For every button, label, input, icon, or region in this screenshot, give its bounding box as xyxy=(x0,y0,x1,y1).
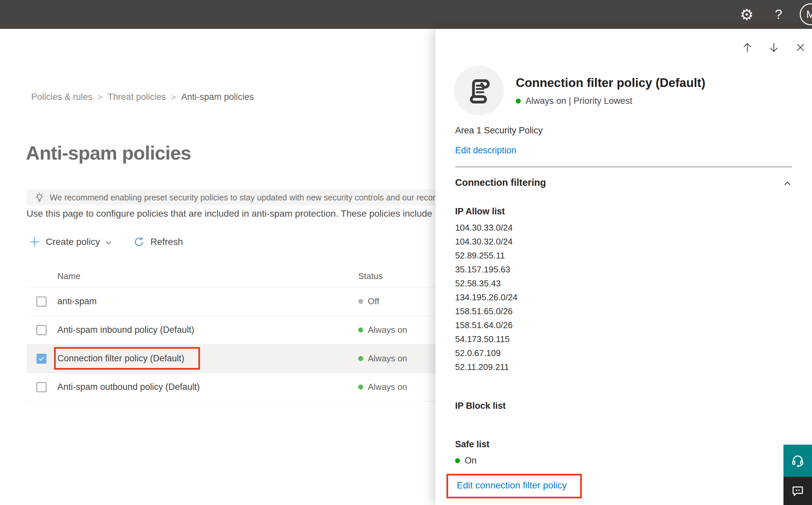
support-button[interactable] xyxy=(784,445,812,477)
status-badge: Always on xyxy=(358,325,407,335)
check-icon xyxy=(38,355,45,362)
refresh-label: Refresh xyxy=(150,236,183,247)
ip-entry: 52.11.209.211 xyxy=(455,360,792,374)
ip-entry: 134.195.26.0/24 xyxy=(455,290,792,304)
breadcrumb-policies-rules[interactable]: Policies & rules xyxy=(31,92,92,102)
row-checkbox[interactable] xyxy=(36,382,46,392)
policy-description: Area 1 Security Policy xyxy=(455,125,792,136)
refresh-button[interactable]: Refresh xyxy=(133,236,183,248)
flyout-title: Connection filter policy (Default) xyxy=(516,75,705,91)
ip-allow-list: 104.30.33.0/24 104.30.32.0/24 52.89.255.… xyxy=(455,221,792,374)
policy-name-link[interactable]: Anti-spam inbound policy (Default) xyxy=(57,325,194,335)
table-header-row: Name Status xyxy=(26,265,435,287)
highlight-box: Edit connection filter policy xyxy=(446,474,582,498)
feedback-button[interactable] xyxy=(784,477,812,505)
safe-list-heading: Safe list xyxy=(455,438,792,450)
chevron-down-icon xyxy=(105,238,113,246)
breadcrumb-separator-icon: > xyxy=(98,93,103,102)
headset-icon xyxy=(790,454,805,468)
recommendation-banner: We recommend enabling preset security po… xyxy=(26,189,435,205)
divider xyxy=(455,167,792,167)
ip-entry: 52.89.255.11 xyxy=(455,248,792,263)
ip-allow-list-heading: IP Allow list xyxy=(455,205,792,217)
ip-entry: 158.51.64.0/26 xyxy=(455,318,792,332)
status-text: Always on xyxy=(368,325,407,335)
chevron-up-icon[interactable] xyxy=(783,179,792,188)
status-text: Always on xyxy=(368,353,407,364)
flyout-title-block: Connection filter policy (Default) Alway… xyxy=(516,75,705,106)
status-text: Always on xyxy=(368,382,407,392)
arrow-down-icon xyxy=(768,41,780,53)
safe-list-status-text: On xyxy=(465,455,477,466)
flyout-nav xyxy=(435,29,812,60)
command-bar: Create policy Refresh xyxy=(28,233,183,250)
table-row: Anti-spam inbound policy (Default) Alway… xyxy=(26,316,435,344)
row-checkbox[interactable] xyxy=(36,297,46,307)
breadcrumb-anti-spam-policies: Anti-spam policies xyxy=(181,92,254,102)
flyout-status-text: Always on | Priority Lowest xyxy=(526,96,632,106)
account-avatar[interactable]: M xyxy=(800,3,812,25)
table-row: anti-spam Off xyxy=(26,287,435,316)
lightbulb-icon xyxy=(34,192,45,203)
row-checkbox[interactable] xyxy=(36,325,46,335)
screen: ⚙ ? M Policies & rules > Threat policies… xyxy=(0,0,812,505)
gear-icon: ⚙ xyxy=(740,6,753,24)
column-header-status[interactable]: Status xyxy=(358,271,383,281)
ip-entry: 35.157.195.63 xyxy=(455,263,792,277)
help-icon: ? xyxy=(775,7,782,22)
arrow-up-icon xyxy=(741,41,753,53)
close-icon xyxy=(795,42,806,53)
column-header-name[interactable]: Name xyxy=(57,271,80,281)
ip-entry: 52.58.35.43 xyxy=(455,277,792,290)
policy-details-flyout: Connection filter policy (Default) Alway… xyxy=(435,29,812,505)
policy-name-link[interactable]: Anti-spam outbound policy (Default) xyxy=(57,382,200,392)
breadcrumb-separator-icon: > xyxy=(171,93,176,102)
edit-description-link[interactable]: Edit description xyxy=(455,145,517,155)
create-policy-label: Create policy xyxy=(46,236,100,247)
flyout-header: Connection filter policy (Default) Alway… xyxy=(435,66,812,116)
status-badge: Always on xyxy=(358,382,407,392)
policy-scroll-icon xyxy=(465,76,493,105)
section-title: Connection filtering xyxy=(455,177,546,188)
plus-icon xyxy=(28,236,40,248)
status-dot-icon xyxy=(516,99,521,104)
refresh-icon xyxy=(133,236,145,248)
highlight-box xyxy=(54,347,200,370)
flyout-status: Always on | Priority Lowest xyxy=(516,96,705,106)
page-title: Anti-spam policies xyxy=(26,142,191,164)
flyout-body: Area 1 Security Policy Edit description … xyxy=(435,125,812,498)
policy-icon-badge xyxy=(454,66,504,116)
row-checkbox-checked[interactable] xyxy=(36,354,46,364)
avatar-initial: M xyxy=(806,8,812,21)
status-dot-icon xyxy=(358,384,363,389)
banner-text: We recommend enabling preset security po… xyxy=(50,193,435,202)
close-button[interactable] xyxy=(794,41,807,54)
ip-entry: 52.0.67.109 xyxy=(455,346,792,360)
ip-block-list-heading: IP Block list xyxy=(455,400,792,412)
safe-list-status: On xyxy=(455,455,792,466)
ip-entry: 104.30.32.0/24 xyxy=(455,234,792,248)
page-description: Use this page to configure policies that… xyxy=(26,208,435,219)
ip-entry: 54.173.50.115 xyxy=(455,332,792,346)
ip-entry: 158.51.65.0/26 xyxy=(455,304,792,318)
table-row: Anti-spam outbound policy (Default) Alwa… xyxy=(26,373,435,401)
table-row-selected: Connection filter policy (Default) Alway… xyxy=(26,344,435,373)
settings-button[interactable]: ⚙ xyxy=(736,0,758,29)
status-dot-icon xyxy=(358,299,363,304)
feedback-icon xyxy=(791,484,805,498)
policy-table: Name Status anti-spam Off Anti-spam inbo… xyxy=(26,265,435,401)
create-policy-button[interactable]: Create policy xyxy=(28,236,113,248)
status-dot-icon xyxy=(455,458,460,463)
status-dot-icon xyxy=(358,328,363,332)
policy-name-link[interactable]: anti-spam xyxy=(57,296,97,307)
top-app-bar: ⚙ ? M xyxy=(0,0,812,29)
previous-item-button[interactable] xyxy=(741,41,754,54)
next-item-button[interactable] xyxy=(767,41,781,54)
breadcrumb: Policies & rules > Threat policies > Ant… xyxy=(31,92,254,102)
connection-filtering-section-header[interactable]: Connection filtering xyxy=(455,177,792,188)
help-button[interactable]: ? xyxy=(768,0,789,29)
breadcrumb-threat-policies[interactable]: Threat policies xyxy=(108,92,166,102)
status-dot-icon xyxy=(358,356,363,361)
edit-connection-filter-policy-link[interactable]: Edit connection filter policy xyxy=(457,480,567,490)
status-text: Off xyxy=(368,296,379,307)
